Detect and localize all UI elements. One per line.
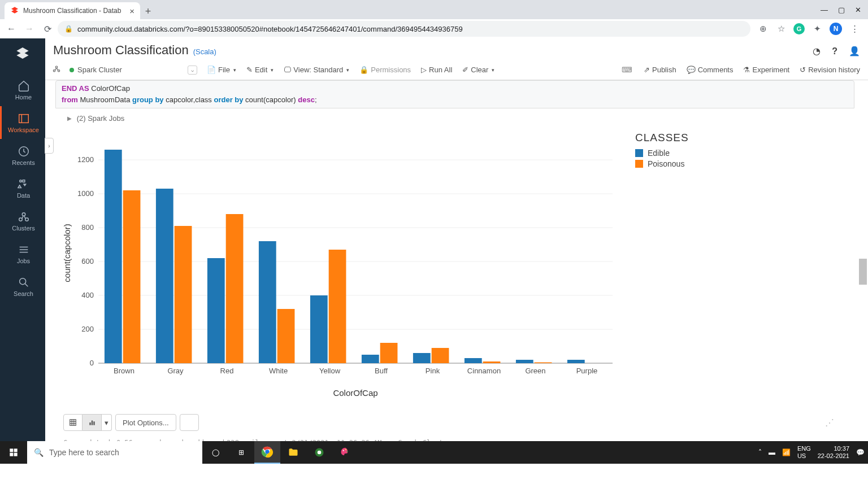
windows-taskbar: 🔍 Type here to search ◯ ⊞ ˄ ▬ 📶 ENGUS 10… (0, 441, 868, 464)
address-row: ← → ⟳ 🔒 community.cloud.databricks.com/?… (0, 19, 868, 38)
user-icon[interactable]: 👤 (849, 46, 860, 56)
chart-plot[interactable]: 020040060080010001200BrownGrayRedWhiteYe… (59, 132, 618, 405)
forward-button[interactable]: → (21, 21, 37, 37)
svg-rect-46 (362, 355, 379, 363)
language-indicator[interactable]: ENGUS (797, 445, 811, 459)
svg-point-3 (19, 180, 21, 182)
comments-button[interactable]: 💬 Comments (682, 63, 738, 76)
legend-label: Poisonous (648, 159, 684, 168)
svg-text:Cinnamon: Cinnamon (467, 367, 501, 375)
back-button[interactable]: ← (3, 21, 19, 37)
svg-text:1200: 1200 (77, 155, 94, 164)
sidebar-item-recents[interactable]: Recents (0, 139, 45, 172)
svg-rect-73 (14, 453, 18, 456)
chart-area: 020040060080010001200BrownGrayRedWhiteYe… (53, 126, 857, 405)
minimize-icon[interactable]: — (821, 6, 828, 14)
tab-bar: Mushroom Classification - Datab × + — ▢ … (0, 0, 868, 19)
svg-point-7 (22, 212, 25, 216)
notebook-title: Mushroom Classification (53, 43, 189, 58)
svg-text:count(capcolor): count(capcolor) (62, 224, 72, 282)
sidebar-label: Workspace (8, 127, 39, 133)
spark-jobs-toggle[interactable]: ▶ (2) Spark Jobs (53, 108, 857, 126)
legend-item[interactable]: Poisonous (635, 159, 689, 168)
app-root: Home Workspace Recents Data Clusters Job… (0, 38, 868, 441)
app-icon-1[interactable] (306, 441, 332, 464)
svg-rect-58 (567, 360, 585, 363)
cluster-selector[interactable]: Spark Cluster ⌵ (66, 64, 201, 76)
cortana-icon[interactable]: ◯ (202, 441, 228, 464)
view-type-group: ▾ (63, 414, 112, 431)
databricks-logo[interactable] (14, 45, 32, 63)
file-menu[interactable]: 📄 File▾ (202, 63, 241, 76)
run-all-button[interactable]: ▷ Run All (416, 63, 457, 76)
search-icon: 🔍 (34, 448, 44, 457)
sidebar-item-jobs[interactable]: Jobs (0, 237, 45, 270)
start-button[interactable] (0, 441, 27, 464)
legend-item[interactable]: Edible (635, 149, 689, 158)
taskbar-clock[interactable]: 10:3722-02-2021 (818, 445, 849, 460)
chrome-icon[interactable] (254, 441, 280, 464)
address-bar[interactable]: 🔒 community.cloud.databricks.com/?o=8901… (58, 21, 750, 37)
paint-icon[interactable] (332, 441, 358, 464)
grammarly-icon[interactable]: G (793, 23, 805, 34)
chevron-down-icon: ⌵ (188, 66, 197, 75)
code-cell[interactable]: END AS ColorOfCap from MushroomData grou… (55, 80, 854, 108)
url-text: community.cloud.databricks.com/?o=890153… (77, 25, 463, 33)
spark-jobs-label: (2) Spark Jobs (77, 114, 125, 123)
sidebar-item-home[interactable]: Home (0, 73, 45, 106)
explorer-icon[interactable] (280, 441, 306, 464)
keyboard-icon[interactable]: ⌨ (616, 66, 638, 74)
scrollbar-thumb[interactable] (859, 259, 867, 285)
notebook-language[interactable]: (Scala) (193, 47, 216, 56)
task-view-icon[interactable]: ⊞ (228, 441, 254, 464)
help-icon[interactable]: ? (832, 46, 837, 56)
header-right-icons: ◔ ? 👤 (813, 46, 860, 56)
sidebar-item-clusters[interactable]: Clusters (0, 204, 45, 237)
taskbar-search[interactable]: 🔍 Type here to search (27, 441, 202, 464)
schedule-icon[interactable]: ◔ (813, 46, 821, 56)
svg-rect-53 (483, 361, 501, 363)
reload-button[interactable]: ⟳ (40, 21, 55, 37)
svg-text:ColorOfCap: ColorOfCap (333, 388, 377, 398)
chart-type-dropdown[interactable]: ▾ (102, 414, 112, 431)
wifi-icon[interactable]: 📶 (782, 448, 791, 456)
table-view-button[interactable] (63, 414, 83, 431)
new-tab-button[interactable]: + (140, 3, 156, 19)
view-menu[interactable]: 🖵 View: Standard▾ (279, 63, 354, 76)
svg-text:White: White (269, 367, 288, 375)
svg-rect-70 (10, 448, 13, 452)
revision-history-button[interactable]: ↺ Revision history (795, 63, 865, 76)
publish-button[interactable]: ⇗ Publish (639, 63, 681, 76)
notebook-content[interactable]: END AS ColorOfCap from MushroomData grou… (45, 80, 868, 441)
permissions-button[interactable]: 🔒 Permissions (355, 63, 415, 76)
edit-menu[interactable]: ✎ Edit▾ (242, 63, 278, 76)
chart-view-button[interactable] (83, 414, 102, 431)
clear-menu[interactable]: ✐ Clear▾ (458, 63, 499, 76)
close-window-icon[interactable]: ✕ (855, 6, 861, 14)
tab-close-icon[interactable]: × (129, 6, 134, 16)
sidebar-item-search[interactable]: Search (0, 270, 45, 303)
svg-point-6 (25, 217, 28, 221)
extensions-icon[interactable]: ✦ (811, 23, 823, 34)
addr-icons: ⊕ ☆ G ✦ N ⋮ (753, 23, 865, 35)
download-button[interactable] (180, 414, 199, 431)
browser-tab[interactable]: Mushroom Classification - Datab × (5, 2, 140, 19)
notebook-toolbar: Spark Cluster ⌵ 📄 File▾ ✎ Edit▾ 🖵 View: … (45, 60, 868, 80)
tray-chevron-icon[interactable]: ˄ (758, 448, 762, 456)
svg-text:Buff: Buff (375, 367, 388, 375)
sidebar-item-workspace[interactable]: Workspace (0, 106, 45, 139)
kebab-menu-icon[interactable]: ⋮ (849, 23, 860, 34)
profile-avatar[interactable]: N (830, 23, 842, 35)
notifications-icon[interactable]: 💬 (856, 448, 865, 456)
star-icon[interactable]: ☆ (775, 23, 787, 34)
experiment-button[interactable]: ⚗ Experiment (739, 63, 794, 76)
plot-options-button[interactable]: Plot Options... (115, 414, 176, 431)
sidebar-item-data[interactable]: Data (0, 172, 45, 204)
zoom-icon[interactable]: ⊕ (757, 23, 769, 34)
resize-handle-icon[interactable]: ⋰ (825, 417, 857, 428)
battery-icon[interactable]: ▬ (769, 448, 775, 456)
svg-text:Pink: Pink (426, 367, 440, 375)
maximize-icon[interactable]: ▢ (838, 6, 845, 14)
bar-chart-svg: 020040060080010001200BrownGrayRedWhiteYe… (59, 132, 618, 403)
window-controls: — ▢ ✕ (821, 0, 868, 19)
